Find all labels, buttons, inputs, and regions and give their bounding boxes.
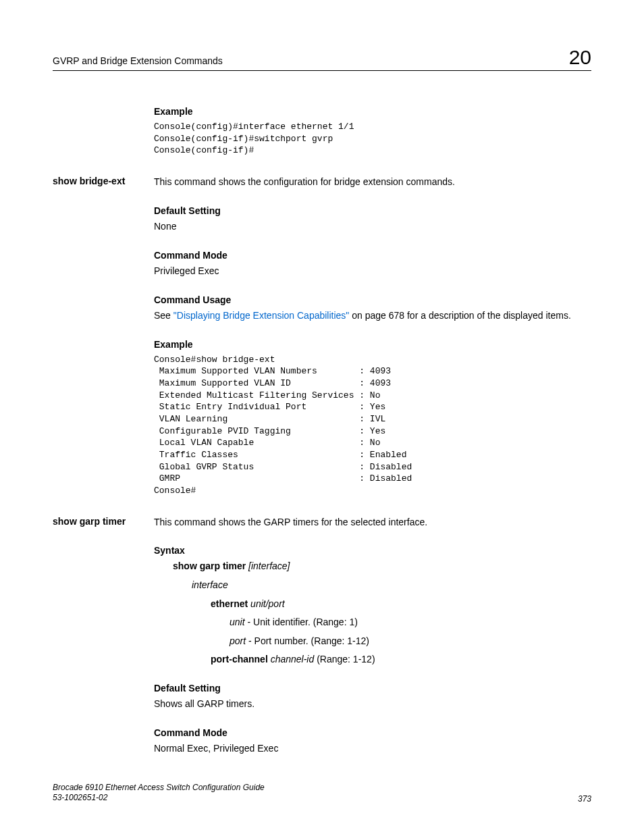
sgt-syntax-heading: Syntax: [154, 545, 591, 556]
chapter-number: 20: [569, 46, 591, 69]
sgt-port-line: port - Port number. (Range: 1-12): [154, 635, 591, 648]
sgt-portchannel-italic: channel-id: [268, 654, 315, 664]
sbe-example-code: Console#show bridge-ext Maximum Supporte…: [154, 354, 591, 497]
sbe-usage-link[interactable]: "Displaying Bridge Extension Capabilitie…: [173, 310, 350, 321]
sbe-default-heading: Default Setting: [154, 205, 591, 216]
show-bridge-ext-body: This command shows the configuration for…: [154, 176, 591, 497]
sgt-unit-label: unit: [230, 617, 245, 627]
sgt-portchannel-line: port-channel channel-id (Range: 1-12): [154, 653, 591, 667]
sbe-default-value: None: [154, 220, 591, 234]
sgt-mode-value: Normal Exec, Privileged Exec: [154, 742, 591, 756]
sgt-ethernet-rest: unit/port: [248, 598, 284, 609]
sgt-body: This command shows the GARP timers for t…: [154, 516, 591, 756]
sbe-description: This command shows the configuration for…: [154, 176, 591, 189]
sgt-default-value: Shows all GARP timers.: [154, 698, 591, 711]
page-header: GVRP and Bridge Extension Commands 20: [53, 46, 591, 71]
example-block-1: Example Console(config)#interface ethern…: [154, 106, 591, 157]
command-show-garp-timer: show garp timer: [53, 516, 154, 527]
sgt-unit-desc: - Unit identifier. (Range: 1): [245, 617, 358, 627]
sbe-usage-heading: Command Usage: [154, 294, 591, 305]
sgt-ethernet-bold: ethernet: [211, 598, 248, 609]
example-heading: Example: [154, 106, 591, 117]
sbe-mode-heading: Command Mode: [154, 250, 591, 261]
sgt-syntax-main: show garp timer [interface]: [154, 560, 591, 573]
sgt-unit-line: unit - Unit identifier. (Range: 1): [154, 616, 591, 629]
sgt-syntax-cmd: show garp timer: [173, 561, 246, 571]
sgt-port-label: port: [230, 635, 246, 646]
show-garp-timer-section: show garp timer This command shows the G…: [53, 516, 591, 756]
page-footer: Brocade 6910 Ethernet Access Switch Conf…: [53, 783, 591, 804]
sgt-portchannel-bold: port-channel: [211, 654, 268, 664]
example-code: Console(config)#interface ethernet 1/1 C…: [154, 121, 591, 157]
sbe-mode-value: Privileged Exec: [154, 265, 591, 278]
sgt-ethernet-line: ethernet unit/port: [154, 598, 591, 611]
footer-title: Brocade 6910 Ethernet Access Switch Conf…: [53, 783, 265, 793]
command-show-bridge-ext: show bridge-ext: [53, 176, 154, 186]
footer-left: Brocade 6910 Ethernet Access Switch Conf…: [53, 783, 265, 804]
sgt-mode-heading: Command Mode: [154, 727, 591, 738]
sbe-usage-suffix: on page 678 for a description of the dis…: [349, 310, 570, 321]
side-command-col: show bridge-ext: [53, 176, 154, 186]
sgt-portchannel-rest: (Range: 1-12): [314, 654, 375, 664]
header-title: GVRP and Bridge Extension Commands: [53, 55, 223, 66]
sgt-description: This command shows the GARP timers for t…: [154, 516, 591, 529]
sgt-interface-label: interface: [154, 579, 591, 592]
sbe-example-heading: Example: [154, 339, 591, 350]
sgt-port-desc: - Port number. (Range: 1-12): [246, 635, 369, 646]
footer-docnum: 53-1002651-02: [53, 793, 265, 804]
sgt-syntax-arg: [interface]: [246, 561, 290, 571]
sgt-default-heading: Default Setting: [154, 683, 591, 694]
sbe-usage-prefix: See: [154, 310, 173, 321]
show-bridge-ext-section: show bridge-ext This command shows the c…: [53, 176, 591, 497]
side-command-col-2: show garp timer: [53, 516, 154, 527]
footer-page: 373: [578, 794, 591, 804]
sbe-usage-text: See "Displaying Bridge Extension Capabil…: [154, 309, 591, 323]
